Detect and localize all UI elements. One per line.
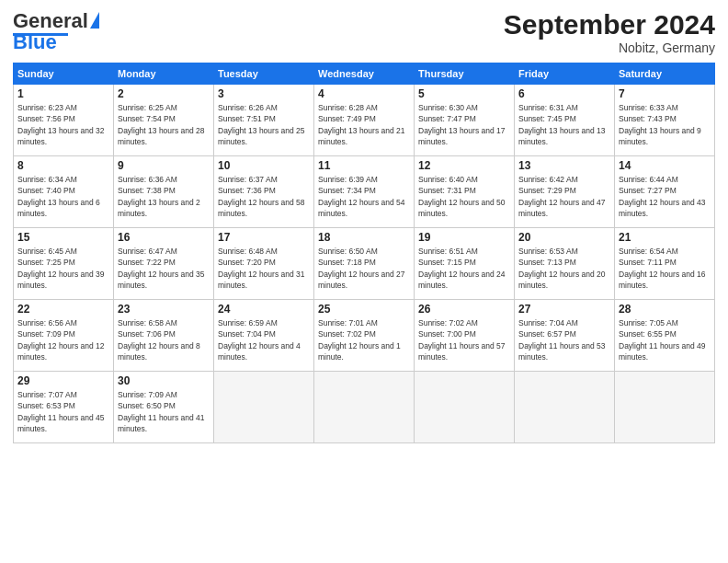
calendar-cell: 23 Sunrise: 6:58 AMSunset: 7:06 PMDaylig…: [114, 300, 214, 372]
day-info: Sunrise: 6:39 AMSunset: 7:34 PMDaylight …: [318, 174, 410, 219]
day-info: Sunrise: 7:07 AMSunset: 6:53 PMDaylight …: [17, 389, 109, 434]
day-number: 25: [318, 303, 410, 316]
col-monday: Monday: [114, 63, 214, 85]
logo-blue-text: Blue: [13, 30, 57, 54]
col-tuesday: Tuesday: [214, 63, 314, 85]
calendar-cell: 5 Sunrise: 6:30 AMSunset: 7:47 PMDayligh…: [415, 85, 515, 156]
calendar-cell: 30 Sunrise: 7:09 AMSunset: 6:50 PMDaylig…: [114, 372, 214, 443]
day-number: 17: [218, 231, 310, 244]
weekday-header-row: Sunday Monday Tuesday Wednesday Thursday…: [14, 63, 715, 85]
calendar-cell: 3 Sunrise: 6:26 AMSunset: 7:51 PMDayligh…: [214, 85, 314, 156]
logo: General Blue: [13, 9, 99, 54]
calendar-cell: 26 Sunrise: 7:02 AMSunset: 7:00 PMDaylig…: [415, 300, 515, 372]
calendar-cell: 8 Sunrise: 6:34 AMSunset: 7:40 PMDayligh…: [14, 156, 114, 228]
day-info: Sunrise: 6:30 AMSunset: 7:47 PMDaylight …: [418, 102, 510, 147]
calendar-cell: 1 Sunrise: 6:23 AMSunset: 7:56 PMDayligh…: [14, 85, 114, 156]
day-info: Sunrise: 6:36 AMSunset: 7:38 PMDaylight …: [118, 174, 210, 219]
page: General Blue September 2024 Nobitz, Germ…: [0, 0, 728, 563]
day-number: 26: [418, 303, 510, 316]
day-info: Sunrise: 6:23 AMSunset: 7:56 PMDaylight …: [17, 102, 109, 147]
day-number: 4: [318, 87, 410, 100]
day-number: 21: [619, 231, 711, 244]
calendar-row: 29 Sunrise: 7:07 AMSunset: 6:53 PMDaylig…: [14, 372, 715, 443]
calendar-cell: 14 Sunrise: 6:44 AMSunset: 7:27 PMDaylig…: [615, 156, 715, 228]
day-info: Sunrise: 6:54 AMSunset: 7:11 PMDaylight …: [619, 246, 711, 291]
day-info: Sunrise: 6:50 AMSunset: 7:18 PMDaylight …: [318, 246, 410, 291]
calendar-cell: 22 Sunrise: 6:56 AMSunset: 7:09 PMDaylig…: [14, 300, 114, 372]
calendar-cell: 25 Sunrise: 7:01 AMSunset: 7:02 PMDaylig…: [314, 300, 415, 372]
day-info: Sunrise: 6:53 AMSunset: 7:13 PMDaylight …: [518, 246, 610, 291]
day-number: 1: [17, 87, 109, 100]
day-info: Sunrise: 6:37 AMSunset: 7:36 PMDaylight …: [218, 174, 310, 219]
day-number: 19: [418, 231, 510, 244]
day-info: Sunrise: 6:26 AMSunset: 7:51 PMDaylight …: [218, 102, 310, 147]
day-info: Sunrise: 6:25 AMSunset: 7:54 PMDaylight …: [118, 102, 210, 147]
calendar-cell: 17 Sunrise: 6:48 AMSunset: 7:20 PMDaylig…: [214, 228, 314, 300]
calendar-row: 8 Sunrise: 6:34 AMSunset: 7:40 PMDayligh…: [14, 156, 715, 228]
day-number: 29: [17, 374, 109, 387]
day-number: 28: [619, 303, 711, 316]
calendar-row: 22 Sunrise: 6:56 AMSunset: 7:09 PMDaylig…: [14, 300, 715, 372]
calendar-cell: 15 Sunrise: 6:45 AMSunset: 7:25 PMDaylig…: [14, 228, 114, 300]
day-number: 22: [17, 303, 109, 316]
calendar-cell: [615, 372, 715, 443]
day-number: 14: [619, 159, 711, 172]
day-info: Sunrise: 6:33 AMSunset: 7:43 PMDaylight …: [619, 102, 711, 147]
calendar-table: Sunday Monday Tuesday Wednesday Thursday…: [13, 63, 715, 443]
calendar-cell: [515, 372, 615, 443]
calendar-cell: 28 Sunrise: 7:05 AMSunset: 6:55 PMDaylig…: [615, 300, 715, 372]
day-number: 8: [17, 159, 109, 172]
calendar-cell: 24 Sunrise: 6:59 AMSunset: 7:04 PMDaylig…: [214, 300, 314, 372]
day-info: Sunrise: 6:56 AMSunset: 7:09 PMDaylight …: [17, 317, 109, 362]
day-info: Sunrise: 7:01 AMSunset: 7:02 PMDaylight …: [318, 317, 410, 362]
day-info: Sunrise: 6:58 AMSunset: 7:06 PMDaylight …: [118, 317, 210, 362]
day-number: 7: [619, 87, 711, 100]
calendar-cell: 13 Sunrise: 6:42 AMSunset: 7:29 PMDaylig…: [515, 156, 615, 228]
calendar-row: 15 Sunrise: 6:45 AMSunset: 7:25 PMDaylig…: [14, 228, 715, 300]
day-number: 24: [218, 303, 310, 316]
month-title: September 2024: [504, 9, 715, 40]
calendar-cell: 7 Sunrise: 6:33 AMSunset: 7:43 PMDayligh…: [615, 85, 715, 156]
day-number: 9: [118, 159, 210, 172]
day-info: Sunrise: 6:42 AMSunset: 7:29 PMDaylight …: [518, 174, 610, 219]
day-info: Sunrise: 7:04 AMSunset: 6:57 PMDaylight …: [518, 317, 610, 362]
day-number: 15: [17, 231, 109, 244]
day-info: Sunrise: 7:05 AMSunset: 6:55 PMDaylight …: [619, 317, 711, 362]
calendar-cell: 4 Sunrise: 6:28 AMSunset: 7:49 PMDayligh…: [314, 85, 415, 156]
calendar-cell: 11 Sunrise: 6:39 AMSunset: 7:34 PMDaylig…: [314, 156, 415, 228]
calendar-cell: 20 Sunrise: 6:53 AMSunset: 7:13 PMDaylig…: [515, 228, 615, 300]
day-info: Sunrise: 6:51 AMSunset: 7:15 PMDaylight …: [418, 246, 510, 291]
day-info: Sunrise: 6:31 AMSunset: 7:45 PMDaylight …: [518, 102, 610, 147]
calendar-cell: 12 Sunrise: 6:40 AMSunset: 7:31 PMDaylig…: [415, 156, 515, 228]
day-info: Sunrise: 6:44 AMSunset: 7:27 PMDaylight …: [619, 174, 711, 219]
day-number: 30: [118, 374, 210, 387]
calendar-cell: 10 Sunrise: 6:37 AMSunset: 7:36 PMDaylig…: [214, 156, 314, 228]
title-block: September 2024 Nobitz, Germany: [504, 9, 715, 55]
day-number: 16: [118, 231, 210, 244]
day-number: 10: [218, 159, 310, 172]
day-number: 11: [318, 159, 410, 172]
calendar-cell: [415, 372, 515, 443]
day-info: Sunrise: 6:28 AMSunset: 7:49 PMDaylight …: [318, 102, 410, 147]
day-info: Sunrise: 6:48 AMSunset: 7:20 PMDaylight …: [218, 246, 310, 291]
col-friday: Friday: [515, 63, 615, 85]
day-number: 23: [118, 303, 210, 316]
calendar-cell: [314, 372, 415, 443]
day-number: 3: [218, 87, 310, 100]
day-info: Sunrise: 6:45 AMSunset: 7:25 PMDaylight …: [17, 246, 109, 291]
calendar-cell: 2 Sunrise: 6:25 AMSunset: 7:54 PMDayligh…: [114, 85, 214, 156]
day-info: Sunrise: 7:02 AMSunset: 7:00 PMDaylight …: [418, 317, 510, 362]
calendar-cell: 18 Sunrise: 6:50 AMSunset: 7:18 PMDaylig…: [314, 228, 415, 300]
calendar-cell: 19 Sunrise: 6:51 AMSunset: 7:15 PMDaylig…: [415, 228, 515, 300]
day-number: 2: [118, 87, 210, 100]
calendar-cell: 29 Sunrise: 7:07 AMSunset: 6:53 PMDaylig…: [14, 372, 114, 443]
day-number: 27: [518, 303, 610, 316]
col-saturday: Saturday: [615, 63, 715, 85]
day-number: 5: [418, 87, 510, 100]
calendar-cell: 9 Sunrise: 6:36 AMSunset: 7:38 PMDayligh…: [114, 156, 214, 228]
day-info: Sunrise: 7:09 AMSunset: 6:50 PMDaylight …: [118, 389, 210, 434]
col-thursday: Thursday: [415, 63, 515, 85]
header: General Blue September 2024 Nobitz, Germ…: [13, 9, 715, 55]
location: Nobitz, Germany: [504, 40, 715, 55]
day-number: 6: [518, 87, 610, 100]
